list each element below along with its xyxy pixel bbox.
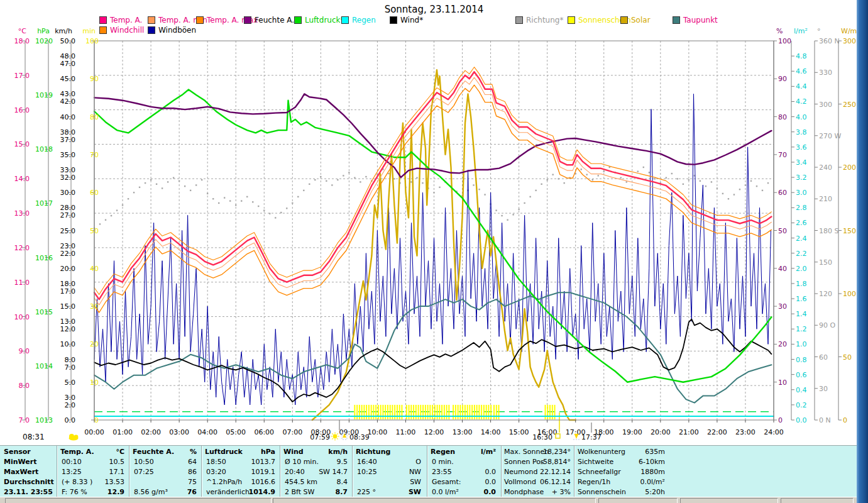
table-cell-value: SW: [358, 488, 421, 496]
axis-tick-label: 23.0: [60, 242, 76, 250]
axis-tick-label: 3.6: [796, 143, 807, 152]
axis-tick-label: 17.0: [14, 72, 30, 80]
axis-tick-label: 0.2: [796, 401, 807, 409]
axis-tick-label: 0: [778, 416, 783, 424]
info-value: 5:20h: [602, 488, 665, 496]
table-cell-value: 17.1: [62, 468, 124, 476]
axis-tick-label: 1015: [35, 308, 53, 316]
axis-tick-label: 2.6: [796, 219, 807, 227]
table-separator-highlight: [129, 446, 130, 497]
axis-tick-label: 1.6: [796, 295, 807, 303]
x-tick-label: 23:00: [735, 428, 755, 436]
table-cell-value: 10.5: [62, 458, 124, 466]
axis-sunmin: min1009080706050403020100: [82, 27, 99, 424]
axis-tick-label: 90 O: [819, 321, 835, 329]
axis-tick-label: 30: [778, 302, 787, 311]
x-tick-label: 24:00: [764, 428, 784, 436]
info-value: -58,814°: [508, 458, 571, 466]
axis-tick-label: 120: [819, 290, 832, 298]
table-cell-value: 9.5: [285, 458, 348, 466]
table-cell-value: 0.0: [433, 478, 496, 486]
table-cell-value: SW: [358, 478, 421, 486]
axis-tick-label: 10.0: [14, 313, 30, 321]
axis-tick-label: 180 S: [819, 227, 838, 235]
axis-tick-label: 4.6: [796, 67, 807, 75]
axis-tick-label: 47.0: [60, 60, 76, 68]
axis-tick-label: 27.0: [60, 211, 76, 219]
axis-tick-label: 4.0: [796, 113, 807, 121]
table-cell-value: 13.53: [62, 478, 124, 486]
axis-tick-label: 4.2: [796, 97, 807, 106]
info-value: 0.0l/m²: [602, 478, 665, 486]
axis-tick-label: 9.0: [19, 347, 30, 355]
x-tick-label: 10:00: [368, 428, 388, 436]
axis-tick-label: 7.0: [65, 363, 76, 372]
table-cell-value: 0.0: [433, 468, 496, 476]
stats-table: SensorMinWertMaxWertDurchschnitt23.11. 2…: [0, 445, 857, 497]
axis-tick-label: 2.4: [796, 235, 807, 243]
axis-tick-label: 330: [819, 69, 832, 77]
table-separator-highlight: [427, 446, 428, 497]
x-tick-label: 07:00: [282, 428, 302, 436]
x-axis: 00:0001:0002:0003:0004:0005:0006:0007:00…: [84, 420, 784, 436]
table-separator-highlight: [57, 446, 58, 497]
axis-tick-label: 3.2: [796, 174, 807, 182]
cloud-icon: [69, 434, 79, 440]
table-row-label: Sensor: [4, 448, 31, 456]
axis-tick-label: 2.0: [65, 401, 76, 409]
axis-tick-label: 200: [843, 163, 856, 172]
corner-annotation: 08:31: [23, 433, 79, 441]
axis-humidity: %1009080706050403020100: [774, 27, 791, 424]
axis-pressure: hPa10201019101810171016101510141013: [35, 27, 53, 424]
table-row-label: MaxWert: [4, 468, 38, 476]
axis-tick-label: 1.4: [796, 310, 807, 318]
info-value: 22.12.14: [508, 468, 571, 476]
axis-tick-label: 7.0: [19, 416, 30, 424]
table-col-unit: l/m²: [433, 448, 496, 456]
table-col-unit: °C: [62, 448, 124, 456]
x-tick-label: 11:00: [396, 428, 416, 436]
axis-tick-label: 360 N: [819, 37, 840, 45]
table-cell-value: 64: [134, 458, 197, 466]
table-cell-value: 1019.1: [212, 468, 275, 476]
axis-unit-label: °: [817, 27, 821, 35]
axis-tick-label: 1.2: [796, 325, 807, 333]
table-cell: 0 min.: [432, 458, 454, 466]
axis-tick-label: 35.0: [60, 151, 76, 159]
axis-tick-label: 30: [819, 385, 828, 393]
axis-tick-label: 50.0: [60, 37, 76, 45]
axis-tick-label: 1017: [35, 199, 53, 207]
axis-tick-label: 28.0: [60, 204, 76, 212]
axis-tick-label: 150: [819, 258, 832, 267]
axis-tick-label: 18.0: [60, 280, 76, 288]
axis-tick-label: 18.0: [14, 37, 30, 45]
table-separator-highlight: [202, 446, 202, 497]
weather-chart[interactable]: °C18.017.016.015.014.013.012.011.010.09.…: [0, 0, 868, 446]
x-tick-label: 13:00: [453, 428, 473, 436]
axis-tick-label: 3.8: [796, 128, 807, 136]
table-cell-value: 0.0: [433, 488, 496, 496]
info-value: 6-10km: [602, 458, 665, 466]
table-separator-highlight: [502, 446, 502, 497]
axis-tick-label: 4.4: [796, 82, 807, 91]
axis-tick-label: 2.8: [796, 204, 807, 212]
axis-tick-label: 70: [90, 151, 99, 159]
info-value: + 3%: [508, 488, 571, 496]
axis-tick-label: 50: [843, 353, 852, 362]
axis-tick-label: 80: [778, 113, 787, 121]
axis-tick-label: 16.0: [14, 106, 30, 114]
x-tick-label: 15:00: [509, 428, 529, 436]
axis-tick-label: 250: [843, 101, 856, 109]
axis-tick-label: 270 W: [819, 132, 841, 140]
window-edge: [857, 0, 868, 503]
axis-tick-label: 0.0: [796, 416, 807, 424]
x-tick-label: 00:00: [84, 428, 104, 436]
axis-tick-label: 60: [90, 189, 99, 197]
axis-tick-label: 60: [778, 189, 787, 197]
axis-tick-label: 50: [778, 227, 787, 235]
info-value: 18,234°: [508, 448, 571, 456]
info-value: 06.12.14: [508, 478, 571, 486]
series-feuchte-a-: [94, 94, 771, 177]
axis-tick-label: 300: [843, 37, 856, 45]
x-tick-label: 22:00: [707, 428, 727, 436]
